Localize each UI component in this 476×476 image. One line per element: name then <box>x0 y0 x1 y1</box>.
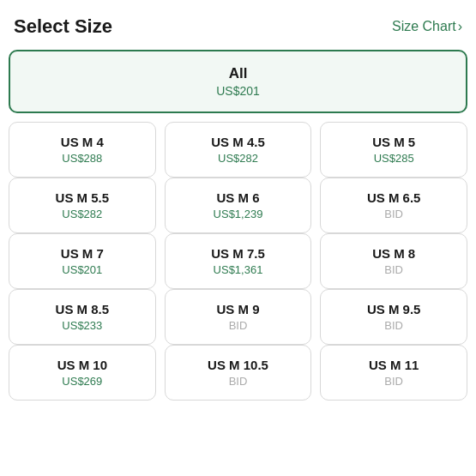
price-label-0-1: US$282 <box>172 152 304 165</box>
size-cell-3-2[interactable]: US M 9.5BID <box>320 289 467 345</box>
size-chart-label: Size Chart <box>392 19 456 34</box>
size-cell-4-0[interactable]: US M 10US$269 <box>9 345 156 401</box>
price-label-3-0: US$233 <box>16 319 148 332</box>
size-cell-1-2[interactable]: US M 6.5BID <box>320 178 467 233</box>
size-cell-4-2[interactable]: US M 11BID <box>320 345 467 401</box>
size-cell-2-1[interactable]: US M 7.5US$1,361 <box>165 233 312 289</box>
price-label-2-0: US$201 <box>16 263 148 276</box>
price-label-1-1: US$1,239 <box>172 208 304 220</box>
size-cell-4-1[interactable]: US M 10.5BID <box>165 345 312 401</box>
chevron-icon: › <box>458 19 462 34</box>
size-cell-0-0[interactable]: US M 4US$288 <box>9 122 156 178</box>
price-label-2-2: BID <box>328 263 460 276</box>
size-row-1: US M 5.5US$282US M 6US$1,239US M 6.5BID <box>9 178 467 233</box>
size-cell-2-2[interactable]: US M 8BID <box>320 233 467 289</box>
price-label-2-1: US$1,361 <box>172 263 304 276</box>
size-label-4-0: US M 10 <box>16 358 148 372</box>
size-label-0-1: US M 4.5 <box>172 135 304 149</box>
page-title: Select Size <box>14 15 112 38</box>
size-row-4: US M 10US$269US M 10.5BIDUS M 11BID <box>9 345 467 401</box>
size-cell-3-1[interactable]: US M 9BID <box>165 289 312 345</box>
size-row-3: US M 8.5US$233US M 9BIDUS M 9.5BID <box>9 289 467 345</box>
size-label-3-2: US M 9.5 <box>328 302 460 316</box>
size-label-4-2: US M 11 <box>328 358 460 372</box>
price-label-4-1: BID <box>172 375 304 388</box>
price-label-4-2: BID <box>328 375 460 388</box>
all-size-button[interactable]: All US$201 <box>9 50 467 113</box>
size-label-3-1: US M 9 <box>172 302 304 316</box>
price-label-3-1: BID <box>172 319 304 332</box>
price-label-1-2: BID <box>328 208 460 220</box>
size-cell-1-1[interactable]: US M 6US$1,239 <box>165 178 312 233</box>
size-label-4-1: US M 10.5 <box>172 358 304 372</box>
size-cell-0-1[interactable]: US M 4.5US$282 <box>165 122 312 178</box>
size-label-1-2: US M 6.5 <box>328 190 460 205</box>
size-label-0-0: US M 4 <box>16 135 148 149</box>
size-label-2-1: US M 7.5 <box>172 246 304 261</box>
size-chart-link[interactable]: Size Chart › <box>392 19 462 34</box>
size-label-1-1: US M 6 <box>172 190 304 205</box>
size-label-2-0: US M 7 <box>16 246 148 261</box>
size-label-3-0: US M 8.5 <box>16 302 148 316</box>
price-label-0-0: US$288 <box>16 152 148 165</box>
size-grid: All US$201 US M 4US$288US M 4.5US$282US … <box>0 50 476 409</box>
size-label-0-2: US M 5 <box>328 135 460 149</box>
price-label-0-2: US$285 <box>328 152 460 165</box>
all-price: US$201 <box>24 84 452 98</box>
all-label: All <box>24 65 452 82</box>
price-label-4-0: US$269 <box>16 375 148 388</box>
size-row-0: US M 4US$288US M 4.5US$282US M 5US$285 <box>9 122 467 178</box>
size-label-1-0: US M 5.5 <box>16 190 148 205</box>
size-cell-3-0[interactable]: US M 8.5US$233 <box>9 289 156 345</box>
price-label-3-2: BID <box>328 319 460 332</box>
price-label-1-0: US$282 <box>16 208 148 220</box>
page-header: Select Size Size Chart › <box>0 0 476 50</box>
size-label-2-2: US M 8 <box>328 246 460 261</box>
size-row-2: US M 7US$201US M 7.5US$1,361US M 8BID <box>9 233 467 289</box>
size-cell-1-0[interactable]: US M 5.5US$282 <box>9 178 156 233</box>
size-rows: US M 4US$288US M 4.5US$282US M 5US$285US… <box>9 122 467 401</box>
size-cell-2-0[interactable]: US M 7US$201 <box>9 233 156 289</box>
size-cell-0-2[interactable]: US M 5US$285 <box>320 122 467 178</box>
